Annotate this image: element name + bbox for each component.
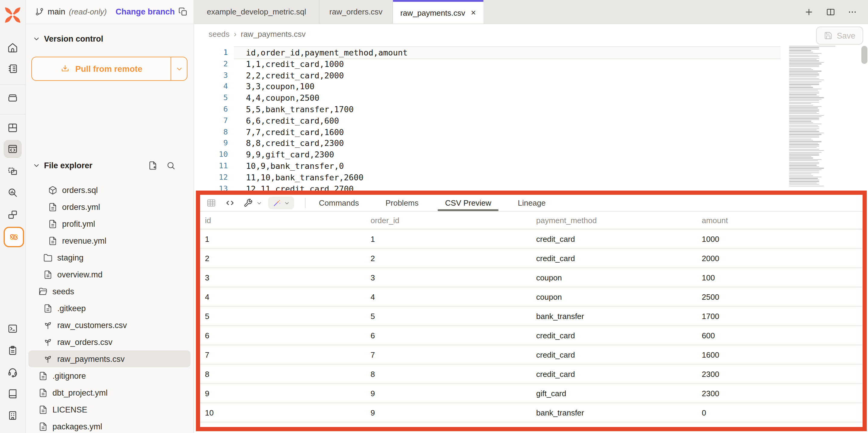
new-tab-plus-icon[interactable] [804,7,814,17]
close-icon[interactable]: ✕ [470,9,476,17]
save-button[interactable]: Save [816,27,863,45]
line-number: 11 [194,161,228,172]
results-table-icon[interactable] [206,198,216,208]
search-icon[interactable] [166,161,176,170]
file-explorer-actions [148,161,186,170]
magic-wand-icon [273,198,281,207]
minimap-line [789,144,819,145]
csv-cell: 8 [366,364,532,383]
archive-icon[interactable] [4,89,22,107]
file-explorer-item-raw_orders.csv[interactable]: raw_orders.csv [28,334,190,350]
change-branch-link[interactable]: Change branch [116,7,175,16]
file-explorer-item-packages.yml[interactable]: packages.yml [28,418,190,433]
minimap-line [789,168,824,169]
tab-raw_payments.csv[interactable]: raw_payments.csv✕ [393,0,484,24]
file-explorer-header[interactable]: File explorer [25,159,193,171]
build-wrench-icon[interactable] [244,198,253,207]
scrollbar-thumb[interactable] [861,46,867,64]
minimap-line [789,174,812,175]
file-explorer-item-dbt_project.yml[interactable]: dbt_project.yml [28,384,190,401]
notebook-icon[interactable] [4,60,22,78]
breadcrumb: seeds › raw_payments.csv [209,24,306,44]
file-label: staging [57,253,84,262]
file-explorer-item-orders.sql[interactable]: orders.sql [28,181,190,198]
csv-preview-table: idorder_idpayment_methodamount 11credit_… [200,212,863,427]
explore-query-icon[interactable] [4,183,22,201]
minimap-line [789,181,819,182]
minimap-line [789,175,813,176]
tab-raw_orders.csv[interactable]: raw_orders.csv [319,0,393,24]
csv-cell: credit_card [531,229,697,249]
breadcrumb-folder[interactable]: seeds [209,29,229,38]
more-options-ellipsis-icon[interactable] [847,7,857,17]
minimap-line [789,91,819,92]
file-icon [38,405,48,414]
minimap-line [789,96,819,97]
code-lines: id,order_id,payment_method,amount1,1,cre… [246,47,781,195]
pull-options-caret[interactable] [171,57,187,80]
file-explorer-item-orders.yml[interactable]: orders.yml [28,198,190,215]
csv-cell: 3 [366,268,532,287]
minimap-line [789,73,818,73]
canvas-icon[interactable] [4,162,22,180]
minimap-line [789,140,813,141]
minimap[interactable] [789,46,859,191]
home-icon[interactable] [4,38,22,57]
split-editor-icon[interactable] [826,7,835,17]
file-explorer-item-revenue.yml[interactable]: revenue.yml [28,232,190,249]
file-explorer-item-LICENSE[interactable]: LICENSE [28,401,190,418]
panel-toolbar: CommandsProblemsCSV PreviewLineage [200,195,863,212]
dbt-copilot-atom-icon[interactable] [4,227,24,247]
file-explorer-item-raw_customers.csv[interactable]: raw_customers.csv [28,317,190,334]
chevron-down-icon [33,161,40,169]
activity-bar [0,0,26,433]
terminal-icon[interactable] [4,320,22,338]
csv-cell: 9 [366,383,532,403]
external-window-icon[interactable] [4,206,22,224]
line-number: 4 [194,81,228,93]
version-control-header[interactable]: Version control [25,33,193,45]
breadcrumb-file[interactable]: raw_payments.csv [241,29,306,38]
panel-tab-Problems[interactable]: Problems [385,195,418,211]
file-explorer-item-overview.md[interactable]: overview.md [28,266,190,283]
code-line: 8,8,credit_card,2300 [246,138,781,149]
file-explorer-item-raw_payments.csv[interactable]: raw_payments.csv [28,350,190,367]
panel-tab-Commands[interactable]: Commands [319,195,359,211]
model-icon [48,185,57,195]
csv-table-row: 109bank_transfer0 [200,403,863,422]
file-explorer-item-.gitkeep[interactable]: .gitkeep [28,300,190,317]
folder-open-icon [38,287,48,296]
file-explorer-item-staging[interactable]: staging [28,249,190,266]
file-explorer-item-.gitignore[interactable]: .gitignore [28,367,190,384]
minimap-line [789,84,819,85]
pull-from-remote-main[interactable]: Pull from remote [32,57,171,80]
csv-cell: 1700 [697,306,863,326]
code-editor-icon[interactable] [4,140,22,158]
csv-column-header-amount: amount [697,212,863,229]
chevron-down-icon[interactable] [256,200,262,206]
minimap-line [789,113,819,114]
headset-support-icon[interactable] [4,363,22,381]
minimap-line [789,125,818,126]
dbt-logo-icon[interactable] [2,5,23,25]
minimap-line [789,50,812,51]
compiled-code-icon[interactable] [225,198,235,208]
file-explorer-item-seeds[interactable]: seeds [28,283,190,300]
panel-tab-CSV Preview[interactable]: CSV Preview [445,195,491,211]
docs-book-icon[interactable] [4,385,22,403]
editor-scrollbar[interactable] [861,44,867,191]
tab-example_develop_metric.sql[interactable]: example_develop_metric.sql [194,0,319,24]
new-file-icon[interactable] [148,161,157,170]
organization-building-icon[interactable] [4,406,22,425]
panel-tab-Lineage[interactable]: Lineage [518,195,546,211]
minimap-line [789,141,822,142]
file-explorer-item-profit.yml[interactable]: profit.yml [28,215,190,232]
ai-assist-wand-button[interactable] [268,197,294,209]
dashboard-icon[interactable] [4,119,22,137]
code-line: 11,10,bank_transfer,2600 [246,172,781,183]
tab-strip: example_develop_metric.sqlraw_orders.csv… [194,0,484,24]
csv-table-row: 33coupon100 [200,268,863,287]
copy-icon[interactable] [179,7,187,16]
pull-from-remote-button[interactable]: Pull from remote [31,57,187,81]
clipboard-icon[interactable] [4,341,22,359]
